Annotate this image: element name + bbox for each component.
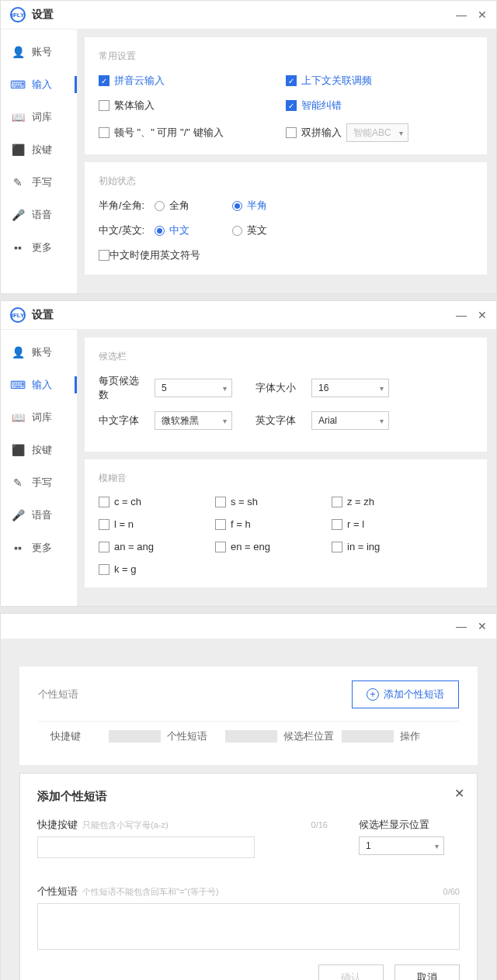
user-icon: 👤 bbox=[12, 46, 24, 58]
panel-initial-state: 初始状态 半角/全角: 全角 半角 中文/英文: 中文 英文 中文时使用英文符号 bbox=[85, 162, 487, 275]
checkbox-fuzzy[interactable] bbox=[99, 519, 109, 530]
minimize-button[interactable]: — bbox=[456, 9, 467, 21]
radio-fullwidth[interactable] bbox=[155, 201, 165, 211]
key-icon: ⬛ bbox=[12, 444, 24, 456]
checkbox-fuzzy[interactable] bbox=[99, 497, 109, 507]
nav-label: 语音 bbox=[32, 208, 52, 222]
sidebar-item-input[interactable]: ⌨输入 bbox=[1, 68, 77, 101]
checkbox-label: 拼音云输入 bbox=[114, 74, 165, 88]
nav-label: 手写 bbox=[32, 175, 52, 189]
close-button[interactable]: ✕ bbox=[478, 9, 487, 21]
checkbox-traditional[interactable] bbox=[99, 100, 109, 111]
checkbox-label: 繁体输入 bbox=[114, 99, 155, 113]
sidebar-item-keys[interactable]: ⬛按键 bbox=[1, 133, 77, 166]
close-button[interactable]: ✕ bbox=[478, 309, 487, 321]
col-phrase: 个性短语 bbox=[167, 729, 219, 743]
checkbox-fuzzy[interactable] bbox=[215, 497, 226, 507]
field-label: 快捷按键 bbox=[37, 818, 78, 832]
sidebar-item-handwrite[interactable]: ✎手写 bbox=[1, 166, 77, 199]
sidebar-item-account[interactable]: 👤账号 bbox=[1, 36, 77, 68]
book-icon: 📖 bbox=[12, 411, 24, 424]
checkbox-fuzzy[interactable] bbox=[332, 497, 342, 507]
section-title: 模糊音 bbox=[99, 472, 473, 485]
sidebar-item-keys[interactable]: ⬛按键 bbox=[1, 434, 77, 466]
col-action: 操作 bbox=[400, 729, 447, 743]
nav-label: 更多 bbox=[32, 241, 52, 255]
checkbox-smart-correct[interactable] bbox=[286, 100, 297, 111]
en-font-select[interactable]: Arial bbox=[311, 411, 389, 430]
checkbox-label: k = g bbox=[114, 563, 137, 575]
sidebar: 👤账号 ⌨输入 📖词库 ⬛按键 ✎手写 🎤语音 ▪▪更多 bbox=[1, 29, 77, 293]
confirm-button[interactable]: 确认 bbox=[318, 964, 384, 980]
checkbox-fuzzy[interactable] bbox=[332, 542, 342, 552]
add-phrase-button[interactable]: + 添加个性短语 bbox=[352, 680, 459, 708]
radio-chinese[interactable] bbox=[155, 226, 165, 236]
shuangpin-select[interactable]: 智能ABC bbox=[346, 123, 408, 142]
plus-icon: + bbox=[367, 688, 379, 701]
nav-label: 按键 bbox=[32, 443, 52, 457]
sidebar-item-more[interactable]: ▪▪更多 bbox=[1, 231, 77, 264]
shortcut-input[interactable] bbox=[37, 836, 255, 858]
radio-halfwidth[interactable] bbox=[232, 201, 242, 211]
checkbox-label: en = eng bbox=[231, 541, 270, 552]
checkbox-shuangpin[interactable] bbox=[286, 127, 297, 138]
close-button[interactable]: ✕ bbox=[478, 620, 487, 632]
checkbox-en-symbols[interactable] bbox=[99, 250, 109, 261]
button-label: 添加个性短语 bbox=[384, 687, 444, 701]
nav-label: 手写 bbox=[32, 476, 52, 490]
grid-icon: ▪▪ bbox=[12, 241, 24, 254]
cancel-button[interactable]: 取消 bbox=[394, 964, 460, 980]
candidates-per-page-select[interactable]: 5 bbox=[155, 379, 232, 397]
mic-icon: 🎤 bbox=[12, 209, 24, 221]
minimize-button[interactable]: — bbox=[456, 309, 467, 321]
sidebar-item-voice[interactable]: 🎤语音 bbox=[1, 199, 77, 231]
checkbox-fuzzy[interactable] bbox=[99, 564, 109, 575]
col-position: 候选栏位置 bbox=[283, 729, 335, 743]
font-size-select[interactable]: 16 bbox=[311, 379, 389, 397]
mic-icon: 🎤 bbox=[12, 509, 24, 521]
phrase-textarea[interactable] bbox=[37, 903, 460, 950]
checkbox-slash-comma[interactable] bbox=[99, 127, 109, 138]
radio-english[interactable] bbox=[232, 226, 242, 236]
group-label: 半角/全角: bbox=[99, 199, 155, 213]
table-header: 快捷键 个性短语 候选栏位置 操作 bbox=[38, 721, 459, 751]
checkbox-label: an = ang bbox=[114, 541, 154, 552]
checkbox-label: 双拼输入 bbox=[301, 126, 342, 140]
add-phrase-dialog: 添加个性短语 ✕ 快捷按键 只能包含小写字母(a-z) 0/16 候选栏显示位置… bbox=[19, 773, 478, 980]
radio-label: 中文 bbox=[169, 223, 189, 237]
checkbox-cloud-input[interactable] bbox=[99, 75, 109, 86]
checkbox-label: c = ch bbox=[114, 496, 141, 507]
titlebar: iFLY 设置 — ✕ bbox=[1, 301, 496, 330]
field-label: 英文字体 bbox=[255, 414, 305, 428]
checkbox-context-freq[interactable] bbox=[286, 75, 297, 86]
cn-font-select[interactable]: 微软雅黑 bbox=[155, 411, 232, 430]
page-title: 个性短语 bbox=[38, 687, 78, 701]
checkbox-fuzzy[interactable] bbox=[215, 542, 226, 552]
dialog-close-button[interactable]: ✕ bbox=[454, 786, 464, 801]
sidebar-item-dict[interactable]: 📖词库 bbox=[1, 101, 77, 133]
sidebar-item-handwrite[interactable]: ✎手写 bbox=[1, 466, 77, 499]
section-title: 常用设置 bbox=[99, 50, 473, 63]
sidebar-item-more[interactable]: ▪▪更多 bbox=[1, 532, 77, 564]
nav-label: 输入 bbox=[32, 378, 52, 392]
sidebar-item-account[interactable]: 👤账号 bbox=[1, 336, 77, 369]
sidebar-item-dict[interactable]: 📖词库 bbox=[1, 401, 77, 434]
radio-label: 英文 bbox=[247, 223, 267, 237]
grid-icon: ▪▪ bbox=[12, 542, 24, 554]
position-select[interactable]: 1 bbox=[359, 836, 444, 855]
app-logo-icon: iFLY bbox=[10, 7, 26, 23]
checkbox-label: 中文时使用英文符号 bbox=[109, 248, 200, 262]
minimize-button[interactable]: — bbox=[456, 620, 467, 632]
panel-candidate: 候选栏 每页候选数5 字体大小16 中文字体微软雅黑 英文字体Arial bbox=[85, 338, 487, 452]
sidebar-item-input[interactable]: ⌨输入 bbox=[1, 369, 77, 401]
checkbox-fuzzy[interactable] bbox=[215, 519, 226, 530]
checkbox-label: 上下文关联调频 bbox=[301, 74, 372, 88]
sidebar-item-voice[interactable]: 🎤语音 bbox=[1, 499, 77, 532]
nav-label: 按键 bbox=[32, 143, 52, 157]
panel-fuzzy: 模糊音 c = ch s = sh z = zh l = n f = h r =… bbox=[85, 459, 487, 587]
field-label: 每页候选数 bbox=[99, 374, 148, 402]
checkbox-fuzzy[interactable] bbox=[99, 542, 109, 552]
pencil-icon: ✎ bbox=[12, 176, 24, 189]
checkbox-fuzzy[interactable] bbox=[332, 519, 342, 530]
field-label: 个性短语 bbox=[37, 885, 78, 899]
